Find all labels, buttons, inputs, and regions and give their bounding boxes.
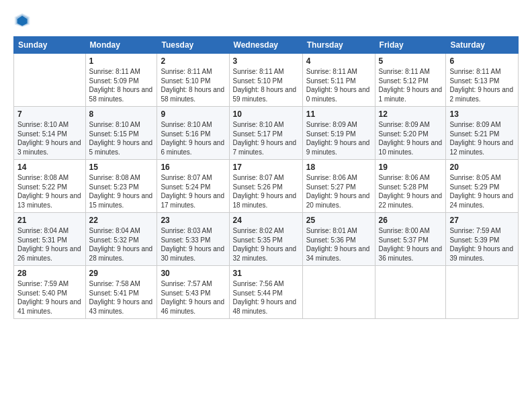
calendar-cell: 10Sunrise: 8:10 AM Sunset: 5:17 PM Dayli…	[229, 107, 302, 160]
calendar-cell: 16Sunrise: 8:07 AM Sunset: 5:24 PM Dayli…	[157, 160, 229, 213]
cell-date: 16	[161, 163, 225, 172]
cell-info: Sunrise: 7:56 AM Sunset: 5:44 PM Dayligh…	[233, 279, 299, 316]
cell-info: Sunrise: 8:09 AM Sunset: 5:21 PM Dayligh…	[449, 120, 515, 156]
header	[13, 11, 519, 30]
calendar-cell: 14Sunrise: 8:08 AM Sunset: 5:22 PM Dayli…	[14, 160, 86, 213]
calendar-cell: 19Sunrise: 8:06 AM Sunset: 5:28 PM Dayli…	[375, 160, 446, 213]
calendar-cell	[14, 54, 86, 107]
calendar-cell: 13Sunrise: 8:09 AM Sunset: 5:21 PM Dayli…	[446, 107, 519, 160]
cell-date: 29	[89, 269, 154, 278]
calendar-cell: 2Sunrise: 8:11 AM Sunset: 5:10 PM Daylig…	[157, 54, 229, 107]
cell-info: Sunrise: 8:03 AM Sunset: 5:33 PM Dayligh…	[161, 226, 225, 263]
calendar-cell: 17Sunrise: 8:07 AM Sunset: 5:26 PM Dayli…	[229, 160, 302, 213]
cell-info: Sunrise: 8:04 AM Sunset: 5:32 PM Dayligh…	[89, 226, 154, 263]
weekday-header: Thursday	[302, 37, 375, 54]
calendar-cell: 21Sunrise: 8:04 AM Sunset: 5:31 PM Dayli…	[14, 213, 86, 266]
cell-date: 9	[161, 109, 225, 119]
calendar-cell	[375, 266, 446, 319]
cell-date: 4	[306, 56, 371, 66]
calendar-cell: 20Sunrise: 8:05 AM Sunset: 5:29 PM Dayli…	[446, 160, 519, 213]
cell-date: 25	[306, 216, 371, 225]
cell-date: 11	[306, 109, 371, 119]
cell-info: Sunrise: 8:06 AM Sunset: 5:27 PM Dayligh…	[306, 173, 371, 210]
cell-info: Sunrise: 8:10 AM Sunset: 5:14 PM Dayligh…	[17, 120, 82, 156]
cell-date: 23	[161, 216, 225, 225]
cell-info: Sunrise: 8:06 AM Sunset: 5:28 PM Dayligh…	[379, 173, 443, 210]
calendar-cell: 4Sunrise: 8:11 AM Sunset: 5:11 PM Daylig…	[302, 54, 375, 107]
calendar-week-row: 21Sunrise: 8:04 AM Sunset: 5:31 PM Dayli…	[14, 213, 519, 266]
calendar-cell: 3Sunrise: 8:11 AM Sunset: 5:10 PM Daylig…	[229, 54, 302, 107]
cell-date: 24	[233, 216, 299, 225]
calendar-cell: 15Sunrise: 8:08 AM Sunset: 5:23 PM Dayli…	[85, 160, 157, 213]
cell-date: 6	[449, 56, 515, 66]
cell-date: 10	[233, 109, 299, 119]
cell-info: Sunrise: 8:10 AM Sunset: 5:16 PM Dayligh…	[161, 120, 225, 156]
calendar-cell	[302, 266, 375, 319]
weekday-header: Monday	[85, 37, 157, 54]
calendar-table: SundayMondayTuesdayWednesdayThursdayFrid…	[13, 36, 519, 319]
cell-date: 30	[161, 269, 225, 278]
cell-info: Sunrise: 8:11 AM Sunset: 5:10 PM Dayligh…	[233, 67, 299, 103]
weekday-header: Saturday	[446, 37, 519, 54]
cell-info: Sunrise: 8:11 AM Sunset: 5:11 PM Dayligh…	[306, 67, 371, 103]
cell-date: 31	[233, 269, 299, 278]
cell-info: Sunrise: 8:11 AM Sunset: 5:13 PM Dayligh…	[449, 67, 515, 103]
cell-info: Sunrise: 8:07 AM Sunset: 5:26 PM Dayligh…	[233, 173, 299, 210]
logo-icon	[13, 11, 32, 30]
cell-date: 5	[379, 56, 443, 66]
cell-info: Sunrise: 8:10 AM Sunset: 5:17 PM Dayligh…	[233, 120, 299, 156]
calendar-week-row: 28Sunrise: 7:59 AM Sunset: 5:40 PM Dayli…	[14, 266, 519, 319]
page: SundayMondayTuesdayWednesdayThursdayFrid…	[0, 0, 532, 411]
calendar-cell: 8Sunrise: 8:10 AM Sunset: 5:15 PM Daylig…	[85, 107, 157, 160]
cell-info: Sunrise: 8:01 AM Sunset: 5:36 PM Dayligh…	[306, 226, 371, 263]
calendar-cell: 25Sunrise: 8:01 AM Sunset: 5:36 PM Dayli…	[302, 213, 375, 266]
cell-date: 2	[161, 56, 225, 66]
cell-info: Sunrise: 8:11 AM Sunset: 5:10 PM Dayligh…	[161, 67, 225, 103]
calendar-cell: 28Sunrise: 7:59 AM Sunset: 5:40 PM Dayli…	[14, 266, 86, 319]
calendar-cell: 6Sunrise: 8:11 AM Sunset: 5:13 PM Daylig…	[446, 54, 519, 107]
calendar-cell: 26Sunrise: 8:00 AM Sunset: 5:37 PM Dayli…	[375, 213, 446, 266]
cell-date: 21	[17, 216, 82, 225]
calendar-cell: 18Sunrise: 8:06 AM Sunset: 5:27 PM Dayli…	[302, 160, 375, 213]
weekday-header: Friday	[375, 37, 446, 54]
cell-date: 14	[17, 163, 82, 172]
cell-info: Sunrise: 7:57 AM Sunset: 5:43 PM Dayligh…	[161, 279, 225, 316]
cell-info: Sunrise: 8:11 AM Sunset: 5:12 PM Dayligh…	[379, 67, 443, 103]
calendar-cell: 22Sunrise: 8:04 AM Sunset: 5:32 PM Dayli…	[85, 213, 157, 266]
calendar-cell: 30Sunrise: 7:57 AM Sunset: 5:43 PM Dayli…	[157, 266, 229, 319]
cell-info: Sunrise: 8:00 AM Sunset: 5:37 PM Dayligh…	[379, 226, 443, 263]
cell-info: Sunrise: 8:09 AM Sunset: 5:20 PM Dayligh…	[379, 120, 443, 156]
cell-info: Sunrise: 8:07 AM Sunset: 5:24 PM Dayligh…	[161, 173, 225, 210]
cell-info: Sunrise: 8:10 AM Sunset: 5:15 PM Dayligh…	[89, 120, 154, 156]
calendar-cell: 1Sunrise: 8:11 AM Sunset: 5:09 PM Daylig…	[85, 54, 157, 107]
cell-date: 20	[449, 163, 515, 172]
cell-date: 26	[379, 216, 443, 225]
calendar-cell: 5Sunrise: 8:11 AM Sunset: 5:12 PM Daylig…	[375, 54, 446, 107]
cell-date: 15	[89, 163, 154, 172]
calendar-cell: 9Sunrise: 8:10 AM Sunset: 5:16 PM Daylig…	[157, 107, 229, 160]
cell-date: 8	[89, 109, 154, 119]
cell-info: Sunrise: 8:02 AM Sunset: 5:35 PM Dayligh…	[233, 226, 299, 263]
cell-date: 28	[17, 269, 82, 278]
cell-date: 3	[233, 56, 299, 66]
weekday-header: Sunday	[14, 37, 86, 54]
calendar-week-row: 1Sunrise: 8:11 AM Sunset: 5:09 PM Daylig…	[14, 54, 519, 107]
cell-info: Sunrise: 8:11 AM Sunset: 5:09 PM Dayligh…	[89, 67, 154, 103]
cell-date: 19	[379, 163, 443, 172]
calendar-cell: 23Sunrise: 8:03 AM Sunset: 5:33 PM Dayli…	[157, 213, 229, 266]
cell-date: 17	[233, 163, 299, 172]
calendar-header-row: SundayMondayTuesdayWednesdayThursdayFrid…	[14, 37, 519, 54]
cell-date: 22	[89, 216, 154, 225]
weekday-header: Tuesday	[157, 37, 229, 54]
calendar-cell: 24Sunrise: 8:02 AM Sunset: 5:35 PM Dayli…	[229, 213, 302, 266]
cell-date: 7	[17, 109, 82, 119]
cell-info: Sunrise: 8:04 AM Sunset: 5:31 PM Dayligh…	[17, 226, 82, 263]
cell-date: 12	[379, 109, 443, 119]
calendar-cell: 27Sunrise: 7:59 AM Sunset: 5:39 PM Dayli…	[446, 213, 519, 266]
calendar-cell	[446, 266, 519, 319]
cell-date: 27	[449, 216, 515, 225]
logo	[13, 11, 35, 30]
calendar-cell: 29Sunrise: 7:58 AM Sunset: 5:41 PM Dayli…	[85, 266, 157, 319]
cell-date: 1	[89, 56, 154, 66]
cell-info: Sunrise: 8:09 AM Sunset: 5:19 PM Dayligh…	[306, 120, 371, 156]
